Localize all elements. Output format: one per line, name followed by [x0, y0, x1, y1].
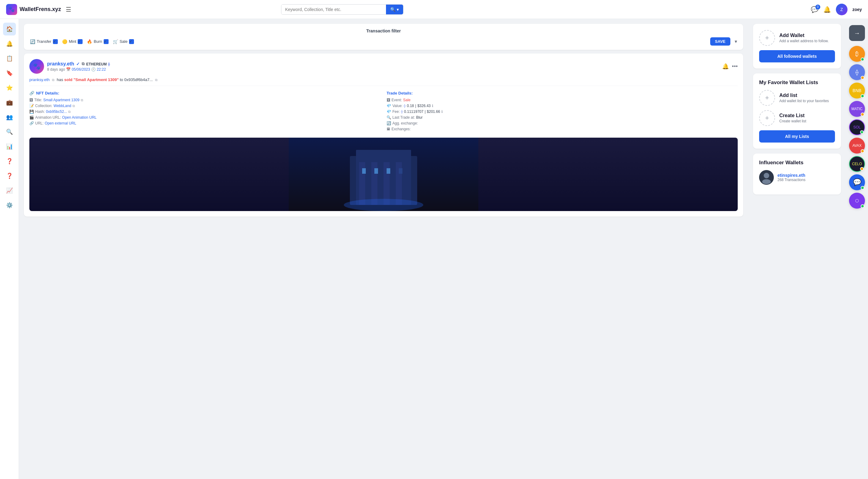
hash-link[interactable]: 0xb95bc52...: [46, 110, 67, 114]
sidebar-item-favorites[interactable]: ⭐: [3, 81, 16, 94]
value-sep: |: [415, 104, 416, 108]
nft-copy-icon[interactable]: ⧉: [81, 98, 83, 102]
notifications-icon[interactable]: 🔔: [823, 6, 831, 13]
animation-url-link[interactable]: Open Animation URL: [62, 115, 97, 120]
sidebar-item-bookmarks[interactable]: 🔖: [3, 67, 16, 80]
filter-mint-label: Mint: [69, 39, 76, 44]
avax-token-icon[interactable]: AVAX: [849, 138, 865, 154]
search-bar: 🔍 ▾: [281, 4, 403, 15]
value-info-icon[interactable]: ℹ: [432, 104, 433, 108]
messages-icon[interactable]: 💬 0: [811, 6, 818, 13]
nft-img-icon: 🖼: [29, 98, 33, 102]
matic-token-icon[interactable]: MATIC: [849, 101, 865, 117]
svg-point-13: [764, 173, 769, 178]
purple-token-icon[interactable]: ⬡: [849, 193, 865, 209]
eth-chain-icon: ⟠: [108, 62, 110, 66]
transfer-checkbox[interactable]: ✓: [53, 39, 58, 44]
filter-dropdown-arrow[interactable]: ▾: [735, 38, 737, 44]
far-right-panel: → ₿ ⟠ BNB MATIC SOL AVAX: [846, 19, 868, 479]
collection-copy-icon[interactable]: ⧉: [72, 104, 75, 108]
transfer-icon: 🔄: [30, 39, 35, 44]
nft-image: [29, 138, 738, 211]
alert-bell-icon[interactable]: 🔔: [722, 63, 729, 70]
desc-wallet[interactable]: pranksy.eth: [29, 78, 50, 82]
desc-nft-name[interactable]: "Small Apartment 1309": [73, 78, 119, 82]
hamburger-menu[interactable]: ☰: [66, 6, 71, 13]
btc-token-icon[interactable]: ₿: [849, 46, 865, 62]
nft-title-link[interactable]: Small Apartment 1309: [43, 98, 80, 102]
burn-icon: 🔥: [87, 39, 92, 44]
btc-status-dot: [861, 58, 864, 61]
tx-actions: 🔔 •••: [722, 63, 738, 70]
save-filter-button[interactable]: SAVE: [710, 37, 731, 46]
collection-link[interactable]: WebbLand: [54, 104, 71, 108]
avatar[interactable]: Z: [836, 4, 847, 15]
collapse-panel-btn[interactable]: →: [849, 25, 865, 41]
sidebar-item-charts[interactable]: 📈: [3, 184, 16, 197]
sidebar-item-wallets[interactable]: 💼: [3, 96, 16, 109]
sale-checkbox[interactable]: ✓: [129, 39, 134, 44]
matic-status-dot: [861, 113, 864, 116]
external-url-link[interactable]: Open external URL: [45, 121, 76, 125]
bnb-token-icon[interactable]: BNB: [849, 83, 865, 98]
create-list-title: Create List: [779, 113, 806, 118]
filter-burn[interactable]: 🔥 Burn ✓: [87, 39, 108, 44]
filter-mint[interactable]: 🟡 Mint ✓: [62, 39, 83, 44]
sidebar-item-feed[interactable]: 📋: [3, 52, 16, 65]
celo-token-icon[interactable]: CELO: [849, 156, 865, 172]
search-input[interactable]: [281, 5, 386, 14]
logo[interactable]: 🐾 WalletFrens.xyz: [6, 4, 61, 15]
tx-details: 🔗 NFT Details: 🖼 Title: Small Apartment …: [29, 91, 738, 133]
chat-icon[interactable]: 💬: [849, 174, 865, 190]
all-my-lists-btn[interactable]: All my Lists: [759, 130, 835, 143]
user-name: zoey: [852, 7, 862, 12]
sidebar-item-notifications[interactable]: 🔔: [3, 37, 16, 50]
wallet-name-text[interactable]: pranksy.eth: [47, 61, 74, 67]
sidebar-item-home[interactable]: 🏠: [3, 23, 16, 35]
animation-label: Animation URL:: [35, 115, 61, 120]
search-button[interactable]: 🔍 ▾: [386, 5, 403, 14]
verified-icon: ✓: [76, 61, 80, 66]
all-followed-wallets-btn[interactable]: All followed wallets: [759, 50, 835, 62]
tx-clock[interactable]: 22:22: [97, 67, 106, 71]
sidebar-item-support[interactable]: ❓: [3, 170, 16, 182]
copy-small-icon[interactable]: ⧉: [52, 78, 55, 82]
agg-label: Agg. exchange:: [393, 121, 418, 125]
filter-transfer[interactable]: 🔄 Transfer ✓: [30, 39, 58, 44]
add-list-plus-btn[interactable]: +: [759, 90, 775, 106]
sidebar-item-explore[interactable]: 🔍: [3, 125, 16, 138]
create-list-plus-btn[interactable]: +: [759, 110, 775, 126]
copy-addr-icon[interactable]: ⧉: [155, 78, 157, 82]
svg-point-14: [762, 179, 771, 184]
sol-token-icon[interactable]: SOL: [849, 119, 865, 135]
sidebar-item-settings[interactable]: ⚙️: [3, 199, 16, 212]
add-wallet-plus-btn[interactable]: +: [759, 30, 775, 46]
more-options-icon[interactable]: •••: [732, 63, 738, 70]
animation-url-row: 🎬 Animation URL: Open Animation URL: [29, 115, 380, 120]
tx-description: pranksy.eth ⧉ has sold "Small Apartment …: [29, 78, 738, 86]
trade-details-label: Trade Details:: [386, 91, 412, 95]
exchanges-icon: 🏛: [386, 127, 390, 131]
sidebar-item-help[interactable]: ❓: [3, 155, 16, 168]
chain-name: ETHEREUM: [86, 62, 107, 66]
copy-icon[interactable]: ⧉: [82, 61, 85, 66]
filter-sale[interactable]: 🛒 Sale ✓: [113, 39, 134, 44]
eth-token-icon[interactable]: ⟠: [849, 64, 865, 80]
mint-checkbox[interactable]: ✓: [78, 39, 83, 44]
search-dropdown-arrow[interactable]: ▾: [397, 7, 399, 12]
exchanges-row: 🏛 Exchanges:: [386, 127, 738, 131]
bnb-status-dot: [861, 94, 864, 98]
sidebar-item-users[interactable]: 👥: [3, 111, 16, 124]
tx-date[interactable]: 05/06/2023: [71, 67, 90, 71]
link-icon: 🔗: [29, 91, 34, 95]
hash-icon: 💾: [29, 110, 34, 114]
influencer-name[interactable]: etinspires.eth: [777, 173, 805, 178]
sidebar-item-analytics[interactable]: 📊: [3, 140, 16, 153]
hash-copy-icon[interactable]: ⧉: [68, 110, 71, 114]
fee-info-icon[interactable]: ℹ: [441, 110, 443, 114]
transaction-card: 🐾 pranksy.eth ✓ ⧉ ETHEREUM ⟠ 8 days ago …: [24, 54, 743, 216]
filter-transfer-label: Transfer: [37, 39, 51, 44]
burn-checkbox[interactable]: ✓: [104, 39, 108, 44]
title-label: Title:: [34, 98, 42, 102]
add-list-desc: Add wallet list to your favorites: [779, 99, 829, 103]
